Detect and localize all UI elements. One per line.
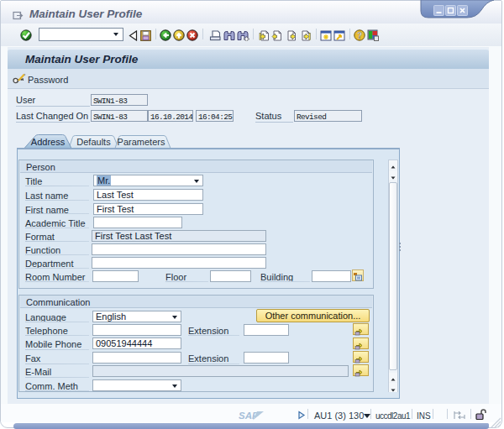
svg-text:Parameters: Parameters [118, 137, 165, 147]
svg-text:Defaults: Defaults [76, 137, 111, 147]
svg-text:?: ? [357, 31, 362, 40]
svg-text:Address: Address [31, 137, 66, 147]
